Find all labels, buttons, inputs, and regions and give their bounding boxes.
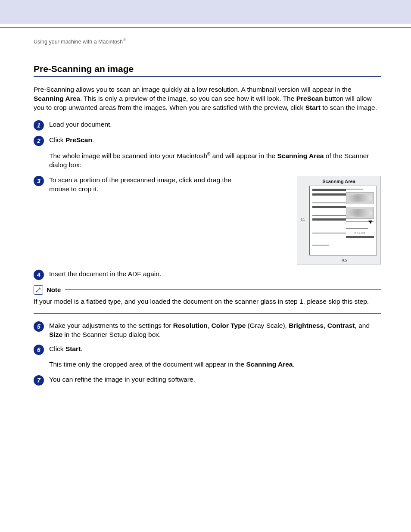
s5-b1: Resolution xyxy=(173,322,208,329)
note-icon xyxy=(34,285,43,295)
preview-photo-1 xyxy=(346,192,374,204)
s5-b5: Size xyxy=(49,331,62,338)
step-5: 5 Make your adjustments to the settings … xyxy=(34,321,381,339)
heading-rule xyxy=(34,76,381,77)
ruler-vertical: 11 xyxy=(303,186,308,255)
step-bullet-7: 7 xyxy=(34,375,44,386)
step-bullet-1: 1 xyxy=(34,120,44,131)
s6-sub: This time only the cropped area of the d… xyxy=(49,361,246,368)
s5-b4: Contrast xyxy=(327,322,355,329)
intro-b2: PreScan xyxy=(296,95,323,102)
section-heading: Pre-Scanning an image xyxy=(34,64,381,74)
page-content: 7 Using your machine with a Macintosh® P… xyxy=(0,38,411,532)
scanning-area-preview: COLOR xyxy=(309,186,377,255)
s6-bold: Start xyxy=(65,345,81,352)
step-2-text: Click PreScan. xyxy=(49,136,381,145)
note-end-rule xyxy=(34,313,381,314)
step-6: 6 Click Start. xyxy=(34,345,381,355)
step-2: 2 Click PreScan. xyxy=(34,136,381,146)
ruler-h-label: 8.5 xyxy=(342,258,347,262)
step-2-sub-bold: Scanning Area xyxy=(277,152,324,159)
step-4-text: Insert the document in the ADF again. xyxy=(49,270,381,279)
step-bullet-6: 6 xyxy=(34,345,44,355)
step-bullet-4: 4 xyxy=(34,270,44,280)
intro-b3: Start xyxy=(305,104,321,111)
s5-c2: (Gray Scale), xyxy=(246,322,289,329)
s5-t1: Make your adjustments to the settings fo… xyxy=(49,322,173,329)
step-7-text: You can refine the image in your editing… xyxy=(49,375,381,384)
running-head-text: Using your machine with a Macintosh xyxy=(34,39,123,45)
note-block: Note If your model is a flatbed type, an… xyxy=(34,285,381,306)
s6-sub-post: . xyxy=(293,361,294,368)
intro-t2: . This is only a preview of the image, s… xyxy=(80,95,296,102)
s5-b3: Brightness xyxy=(289,322,324,329)
step-3-text: To scan a portion of the prescanned imag… xyxy=(49,176,247,194)
registered-mark: ® xyxy=(123,38,126,42)
s6-post: . xyxy=(81,345,82,352)
step-2-pre: Click xyxy=(49,136,65,143)
intro-t4: to scan the image. xyxy=(321,104,377,111)
preview-left-column xyxy=(312,189,346,252)
preview-color-label: COLOR xyxy=(346,232,374,234)
step-1-text: Load your document. xyxy=(49,120,381,129)
step-bullet-3: 3 xyxy=(34,176,44,186)
s5-c5: in the Scanner Setup dialog box. xyxy=(62,331,161,338)
s5-c4: , and xyxy=(355,322,370,329)
scanning-area-screenshot: Scanning Area 11 xyxy=(297,176,381,264)
note-body: If your model is a flatbed type, and you… xyxy=(34,297,381,306)
step-6-sub: This time only the cropped area of the d… xyxy=(49,360,381,369)
intro-b1: Scanning Area xyxy=(34,95,80,102)
step-5-text: Make your adjustments to the settings fo… xyxy=(49,321,381,339)
intro-t1: Pre-Scanning allows you to scan an image… xyxy=(34,86,352,93)
step-4: 4 Insert the document in the ADF again. xyxy=(34,270,381,280)
note-rule xyxy=(65,289,381,290)
preview-photo-2 xyxy=(346,207,374,219)
s5-c3: , xyxy=(324,322,327,329)
step-2-sub-a: The whole image will be scanned into you… xyxy=(49,152,207,159)
step-2-bold: PreScan xyxy=(65,136,92,143)
s6-pre: Click xyxy=(49,345,65,352)
s5-b2: Color Type xyxy=(211,322,246,329)
step-bullet-5: 5 xyxy=(34,321,44,332)
intro-paragraph: Pre-Scanning allows you to scan an image… xyxy=(34,85,381,112)
step-6-text: Click Start. xyxy=(49,345,381,354)
top-rule xyxy=(0,27,411,28)
ruler-v-label: 11 xyxy=(301,218,305,222)
step-2-post: . xyxy=(92,136,94,143)
note-title: Note xyxy=(47,286,61,293)
note-head: Note xyxy=(34,285,381,295)
step-2-sub: The whole image will be scanned into you… xyxy=(49,151,381,170)
s6-sub-bold: Scanning Area xyxy=(246,361,293,368)
step-7: 7 You can refine the image in your editi… xyxy=(34,375,381,386)
step-2-sub-b: and will appear in the xyxy=(210,152,277,159)
top-band xyxy=(0,0,411,24)
ruler-horizontal: 8.5 xyxy=(309,256,377,261)
step-bullet-2: 2 xyxy=(34,136,44,146)
step-3-row: 3 To scan a portion of the prescanned im… xyxy=(34,176,381,264)
step-1: 1 Load your document. xyxy=(34,120,381,131)
running-head: Using your machine with a Macintosh® xyxy=(34,38,381,45)
scanning-area-title: Scanning Area xyxy=(300,179,378,184)
